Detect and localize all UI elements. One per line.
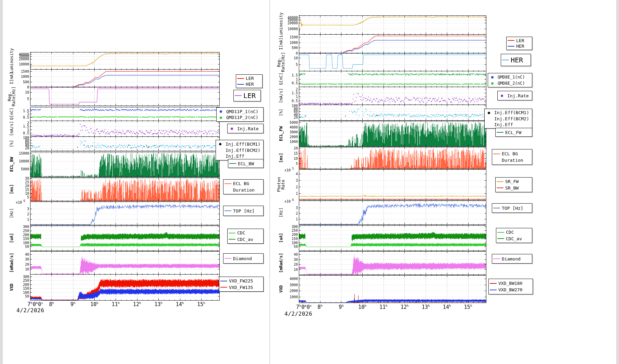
strip-charts-canvas [0,0,619,364]
date-label-left: 4/2/2026 [16,307,44,314]
date-label-right: 4/2/2026 [284,311,312,317]
right-window-edge [616,0,619,364]
left-window-edge [0,0,3,364]
monitor-page: { "chart_data": { "type": "line", "title… [0,0,619,364]
panel-divider [269,0,270,364]
